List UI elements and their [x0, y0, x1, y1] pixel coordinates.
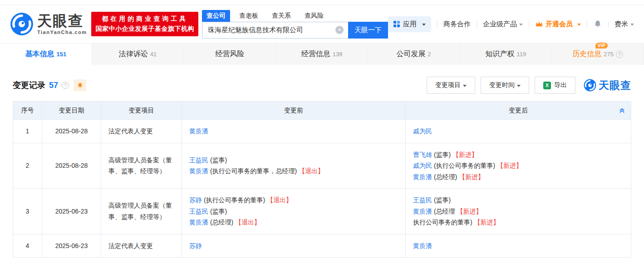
- user-menu[interactable]: 费米: [615, 20, 634, 29]
- search-tab-boss[interactable]: 查老板: [235, 10, 263, 22]
- cell-no: 4: [13, 234, 42, 258]
- search-tab-company[interactable]: 查公司: [202, 10, 230, 22]
- change-entry-line: 黄质潘 (总经理 【新进】: [413, 206, 624, 217]
- person-link[interactable]: 黄质潘: [413, 173, 432, 180]
- cell-after: 曹飞雄 (监事) 【新进】戚为民 (执行公司事务的董事) 【新进】黄质潘 (总经…: [406, 143, 631, 189]
- table-row: 42025-06-23法定代表人变更苏静黄质潘: [13, 234, 631, 258]
- role-text: (监事): [208, 208, 227, 215]
- role-text: (总经理: [432, 208, 457, 215]
- help-icon[interactable]: ?: [616, 51, 623, 58]
- person-link[interactable]: 王益民: [189, 208, 208, 215]
- person-link[interactable]: 黄质潘: [189, 167, 208, 175]
- nav-biz-coop[interactable]: 商务合作: [443, 20, 471, 29]
- tab-operating-risk[interactable]: 经营风险: [184, 44, 276, 65]
- status-tag: 【新进】: [459, 173, 484, 180]
- tab-label: 经营风险: [215, 50, 244, 58]
- nav-open-vip[interactable]: 开通会员: [535, 20, 581, 29]
- crown-icon: [535, 20, 543, 28]
- role-text: (总经理): [208, 219, 235, 226]
- nav-enterprise[interactable]: 企业级产品: [483, 20, 523, 29]
- role-text: (执行公司事务的董事，总经理): [208, 167, 299, 175]
- search-tab-risk[interactable]: 查风险: [300, 10, 328, 22]
- cell-no: 1: [13, 120, 42, 143]
- col-header-no: 序号: [13, 102, 42, 120]
- clear-search-icon[interactable]: ×: [335, 26, 344, 34]
- search-input[interactable]: [202, 22, 348, 39]
- change-entry-line: 黄质潘 (总经理) 【新进】: [413, 171, 624, 183]
- cell-date: 2025-06-23: [42, 234, 101, 258]
- search-button[interactable]: 天眼一下: [348, 22, 388, 39]
- status-tag: 【新进】: [457, 208, 482, 215]
- vip-badge: VIP: [595, 43, 608, 49]
- tab-label: 法律诉讼: [119, 50, 148, 58]
- export-label: 导出: [554, 81, 567, 89]
- tab-count: 275: [604, 51, 614, 58]
- change-record-table-wrap: 序号 变更日期 变更项目 变更前 变更后 12025-08-28法定代表人变更黄…: [0, 101, 644, 258]
- col-header-date: 变更日期: [42, 102, 101, 120]
- tab-count: 151: [57, 51, 67, 58]
- status-tag: 【退出】: [235, 219, 261, 226]
- tab-label: 公司发展: [397, 50, 426, 58]
- person-link[interactable]: 黄质潘: [413, 208, 432, 215]
- help-icon[interactable]: ?: [62, 82, 69, 89]
- tab-history[interactable]: 历史信息VIP275?: [552, 44, 644, 65]
- status-tag: 【新进】: [474, 219, 500, 226]
- cell-before: 黄质潘: [182, 120, 406, 143]
- tab-legal[interactable]: 法律诉讼41: [92, 44, 184, 65]
- search-tab-relation[interactable]: 查关系: [267, 10, 295, 22]
- export-button[interactable]: X 导出: [535, 77, 575, 94]
- cell-no: 3: [13, 189, 42, 234]
- person-link[interactable]: 苏静: [189, 242, 202, 249]
- role-text: (监事): [432, 196, 451, 204]
- tab-label: 知识产权: [486, 50, 515, 58]
- person-link[interactable]: 戚为民: [413, 162, 432, 169]
- role-text: (执行公司事务的董事): [202, 196, 267, 204]
- change-record-section-head: 变更记录 57 ? 变更项目变更时间 X 导出 天眼查: [0, 65, 644, 101]
- person-link[interactable]: 戚为民: [413, 127, 432, 135]
- person-link[interactable]: 王益民: [413, 196, 432, 204]
- cell-date: 2025-06-23: [42, 189, 101, 234]
- notification-bell-icon[interactable]: [593, 19, 602, 29]
- tab-ip[interactable]: 知识产权119: [460, 44, 552, 65]
- filter-button-change-time[interactable]: 变更时间: [481, 77, 529, 94]
- tab-count: 41: [150, 51, 157, 58]
- change-entry-line: 王益民 (监事): [189, 206, 398, 217]
- person-link[interactable]: 王益民: [189, 156, 208, 164]
- person-link[interactable]: 黄质潘: [189, 127, 208, 135]
- cell-no: 2: [13, 143, 42, 189]
- change-entry-line: 曹飞雄 (监事) 【新进】: [413, 149, 624, 161]
- tab-label: 基本信息: [25, 50, 54, 58]
- tab-basic-info[interactable]: 基本信息151: [0, 44, 92, 65]
- col-header-item: 变更项目: [101, 102, 182, 120]
- change-entry-line: 戚为民: [413, 126, 624, 137]
- apps-menu[interactable]: 应用: [388, 16, 431, 32]
- col-header-after: 变更后: [406, 102, 631, 120]
- subscribe-bell-button[interactable]: [74, 79, 86, 91]
- divider: [587, 21, 587, 28]
- enterprise-label: 企业级产品: [483, 20, 517, 29]
- filter-button-change-item[interactable]: 变更项目: [427, 77, 475, 94]
- cell-item: 法定代表人变更: [101, 120, 182, 143]
- collapse-chevrons-icon[interactable]: [619, 107, 625, 114]
- site-header: 天眼查 TianYanCha.com 都在用的商业查询工具 国家中小企业发展子基…: [0, 5, 644, 43]
- slogan-line2: 国家中小企业发展子基金旗下机构: [95, 24, 194, 34]
- change-entry-line: 苏静: [189, 240, 398, 252]
- person-link[interactable]: 曹飞雄: [413, 151, 432, 158]
- tianyancha-logo[interactable]: 天眼查 TianYanCha.com: [10, 12, 87, 36]
- change-entry-line: 王益民 (监事): [189, 155, 398, 166]
- change-record-table: 序号 变更日期 变更项目 变更前 变更后 12025-08-28法定代表人变更黄…: [13, 101, 631, 258]
- change-entry-line: 王益民 (监事): [413, 195, 624, 206]
- tab-operating-info[interactable]: 经营信息139: [276, 44, 368, 65]
- chevron-down-icon: [630, 24, 634, 28]
- person-link[interactable]: 黄质潘: [413, 242, 432, 249]
- role-text: (总经理): [432, 173, 459, 180]
- section-title: 变更记录: [13, 80, 45, 91]
- person-link[interactable]: 黄质潘: [189, 219, 208, 226]
- cell-item: 高级管理人员备案（董事、监事、经理等）: [101, 143, 182, 189]
- cell-date: 2025-08-28: [42, 120, 101, 143]
- tab-development[interactable]: 公司发展2: [368, 44, 460, 65]
- col-header-before: 变更前: [182, 102, 406, 120]
- person-link[interactable]: 苏静: [189, 196, 202, 204]
- cell-item: 法定代表人变更: [101, 234, 182, 258]
- role-text: (监事): [432, 151, 452, 158]
